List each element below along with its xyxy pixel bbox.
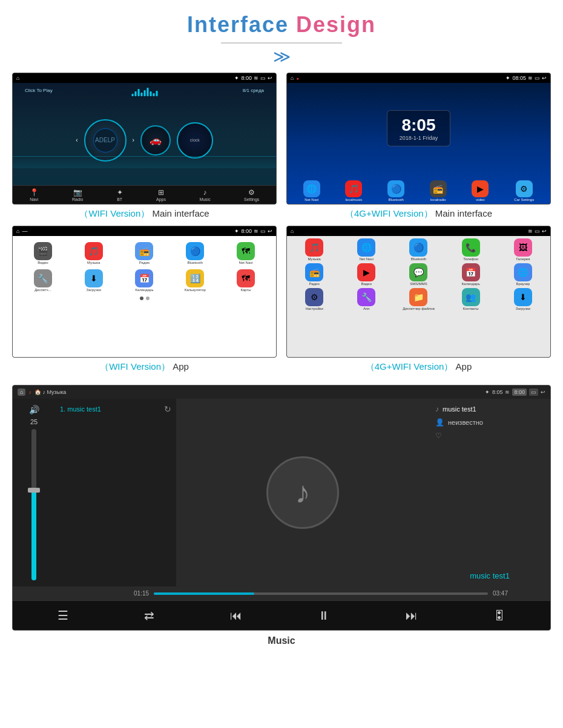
app-video-4g[interactable]: ▶ Видео xyxy=(341,263,391,286)
wifi-main-screenshot: ⌂ ✦ 8:00 ≋ ▭ ↩ Click To Play 8/1 среда xyxy=(12,73,277,220)
app-calc-wifi[interactable]: 🔢 Калькулятор xyxy=(171,269,219,292)
app-settings-4g[interactable]: ⚙ Настройки xyxy=(289,288,339,310)
app-radio-4g[interactable]: 📻 Радио xyxy=(289,263,339,286)
wifi-app-content: 🎬 Видео 🎵 Музыка 📻 Радио 🔵 xyxy=(13,236,276,357)
wifi-app-screenshot: ⌂ — ✦ 8:00 ≋ ▭ ↩ 🎬 Видео xyxy=(12,226,277,373)
app-maps-wifi[interactable]: 🗺 Карты xyxy=(222,269,270,292)
app-download-wifi[interactable]: ⬇ Загрузки xyxy=(70,269,118,292)
app-music-wifi[interactable]: 🎵 Музыка xyxy=(70,242,118,264)
app-gallery-4g[interactable]: 🖼 Галерея xyxy=(498,238,548,261)
wifi-app-caption: （WIFI Version） App xyxy=(100,361,189,373)
4g-app-status-bar: ⌂ ≋ ▭ ↩ xyxy=(287,226,550,236)
volume-handle xyxy=(28,488,40,493)
back-music-icon: ↩ xyxy=(541,389,545,395)
artist-name-text: неизвестно xyxy=(448,419,483,426)
app-dispatch-wifi[interactable]: 🔧 Диспетч... xyxy=(19,269,67,292)
next-button[interactable]: ⏭ xyxy=(406,609,418,623)
app-calendar-wifi[interactable]: 📅 Календарь xyxy=(120,269,169,292)
time-display-music: 8:00 xyxy=(512,389,527,396)
status-time: 8:00 xyxy=(241,75,252,81)
nav-apps[interactable]: ⊞ Apps xyxy=(156,188,166,202)
wifi-date-text: 8/1 среда xyxy=(243,88,264,93)
status-time-4g: 08:05 xyxy=(512,75,526,81)
4g-main-caption: （4G+WIFI Version） Main interface xyxy=(345,208,492,220)
4g-app-icons: 🎵 Музыка 🌐 Net Navi 🔵 Bluetooth 📞 Телефо… xyxy=(287,236,550,313)
app-radio-wifi[interactable]: 📻 Радио xyxy=(120,242,169,264)
screenshot-grid-row2: ⌂ — ✦ 8:00 ≋ ▭ ↩ 🎬 Видео xyxy=(12,226,551,373)
app-net-navi[interactable]: 🌐 Net Navi xyxy=(303,180,320,202)
playlist-button[interactable]: ☰ xyxy=(58,608,68,623)
apps-icon: ⊞ xyxy=(158,188,164,197)
app-sms-4g[interactable]: 💬 SMS/MMS xyxy=(393,263,443,286)
bt-music-icon: ✦ xyxy=(485,389,490,395)
app-bt-wifi[interactable]: 🔵 Bluetooth xyxy=(171,242,219,264)
clock-box: 8:05 2018-1-1 Friday xyxy=(387,110,451,146)
progress-bar[interactable] xyxy=(154,592,488,595)
volume-fill xyxy=(31,490,36,580)
pause-button[interactable]: ⏸ xyxy=(318,609,330,623)
app-bluetooth[interactable]: 🔵 Bluetooth xyxy=(387,180,404,202)
volume-number: 25 xyxy=(30,418,38,425)
4g-app-screenshot: ⌂ ≋ ▭ ↩ 🎵 Музыка 🌐 Net Navi xyxy=(286,226,551,373)
playlist-item-1[interactable]: 1. music test1 xyxy=(60,404,101,415)
battery-icon: ▭ xyxy=(260,75,266,81)
nav-music[interactable]: ♪ Music xyxy=(199,188,210,202)
home-icon: ⌂ xyxy=(16,75,19,81)
signal-4g-app: ≋ xyxy=(528,228,533,234)
radio-icon: 📷 xyxy=(73,188,82,197)
app-localmusic[interactable]: 🎵 localmusic xyxy=(345,180,362,202)
wifi-main-frame: ⌂ ✦ 8:00 ≋ ▭ ↩ Click To Play 8/1 среда xyxy=(12,73,277,205)
playlist-panel: 1. music test1 ↻ xyxy=(55,399,176,586)
app-contacts-4g[interactable]: 👥 Контакты xyxy=(446,288,496,310)
heart-icon: ♡ xyxy=(435,431,442,440)
volume-slider[interactable] xyxy=(31,429,36,580)
4g-app-frame: ⌂ ≋ ▭ ↩ 🎵 Музыка 🌐 Net Navi xyxy=(286,226,551,358)
app-files-4g[interactable]: 📁 Диспетчер файлов xyxy=(393,288,443,310)
prev-arrow: ‹ xyxy=(76,137,77,143)
shuffle-button[interactable]: ⇄ xyxy=(144,608,154,623)
nav-bt[interactable]: ✦ BT xyxy=(117,188,123,202)
clock-circle: clock xyxy=(177,122,213,159)
player-circles: ‹ ADELP › 🚗 clock xyxy=(76,119,213,162)
app-netnavi-wifi[interactable]: 🗺 Net Navi xyxy=(222,242,270,264)
app-bt-4g[interactable]: 🔵 Bluetooth xyxy=(393,238,443,261)
app-phone-4g[interactable]: 📞 Телефон xyxy=(446,238,496,261)
wifi-main-caption: （WIFI Version） Main interface xyxy=(79,208,209,220)
app-music-4g[interactable]: 🎵 Музыка xyxy=(289,238,339,261)
album-circle: ADELP xyxy=(84,119,127,162)
home-4g-app: ⌂ xyxy=(291,228,294,234)
settings-icon: ⚙ xyxy=(248,188,255,197)
4g-status-bar: ⌂ ● ✦ 08:05 ≋ ▭ ↩ xyxy=(287,73,550,83)
app-downloads-4g[interactable]: ⬇ Загрузки xyxy=(498,288,548,310)
repeat-icon[interactable]: ↻ xyxy=(164,404,171,414)
app-localradio[interactable]: 📻 localradio xyxy=(430,180,447,202)
prev-button[interactable]: ⏮ xyxy=(230,609,242,623)
pagination-dots xyxy=(16,294,272,303)
dot-1 xyxy=(140,297,143,300)
app-video-wifi[interactable]: 🎬 Видео xyxy=(19,242,67,264)
clock-date: 2018-1-1 Friday xyxy=(400,135,438,141)
back-icon-4g: ↩ xyxy=(542,75,547,81)
wifi-main-content: Click To Play 8/1 среда ‹ ADELP xyxy=(13,83,276,204)
track-name-big: music test1 xyxy=(435,571,544,580)
4g-main-screenshot: ⌂ ● ✦ 08:05 ≋ ▭ ↩ 8:05 2018-1-1 Friday xyxy=(286,73,551,220)
favorite-row[interactable]: ♡ xyxy=(435,431,544,440)
nav-settings[interactable]: ⚙ Settings xyxy=(244,188,259,202)
app-calendar-4g[interactable]: 📅 Календарь xyxy=(446,263,496,286)
battery-4g-app: ▭ xyxy=(535,228,540,234)
nav-radio[interactable]: 📷 Radio xyxy=(72,188,83,202)
4g-app-caption: （4G+WIFI Version） App xyxy=(366,361,472,373)
eq-button[interactable]: 🎛 xyxy=(493,609,505,623)
nav-navi[interactable]: 📍 Navi xyxy=(30,188,39,202)
app-netnavi-4g[interactable]: 🌐 Net Navi xyxy=(341,238,391,261)
music-note-icon: ♪ xyxy=(295,475,311,510)
volume-panel: 🔊 25 xyxy=(13,399,55,586)
app-browser-4g[interactable]: 🌐 Браузер xyxy=(498,263,548,286)
app-apk-4g[interactable]: 🔧 Апп xyxy=(341,288,391,310)
signal-music: ≋ xyxy=(505,389,510,395)
signal-icon: ≋ xyxy=(254,75,258,81)
artist-label: ADELP xyxy=(95,137,115,143)
page-title: Interface Design xyxy=(187,12,376,38)
app-video[interactable]: ▶ video xyxy=(472,180,489,202)
app-car-settings[interactable]: ⚙ Car Settings xyxy=(514,180,534,202)
